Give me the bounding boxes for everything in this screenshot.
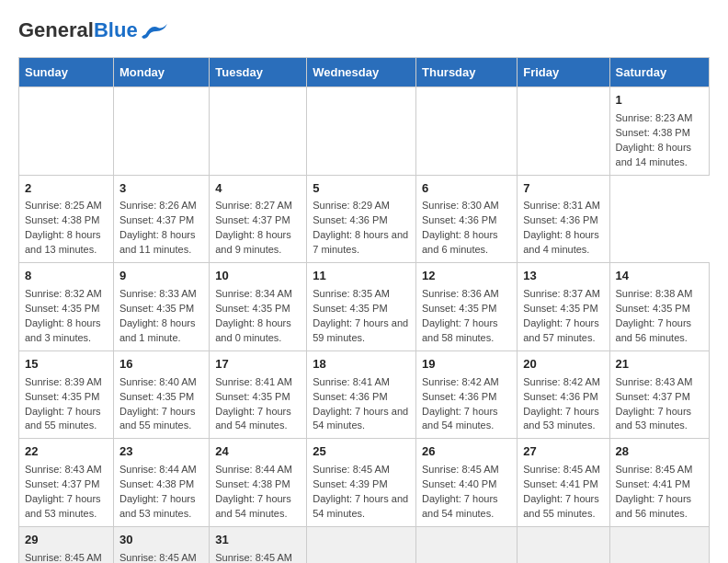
day-info: Sunrise: 8:38 AMSunset: 4:35 PMDaylight:… xyxy=(616,288,693,343)
day-number: 4 xyxy=(215,180,301,198)
day-number: 19 xyxy=(422,356,511,373)
calendar-week-3: 8 Sunrise: 8:32 AMSunset: 4:35 PMDayligh… xyxy=(19,263,710,351)
day-number: 30 xyxy=(119,532,203,549)
day-number: 15 xyxy=(25,356,108,373)
header-friday: Friday xyxy=(518,58,609,87)
day-cell-30: 30 Sunrise: 8:45 AMSunset: 4:43 PMDaylig… xyxy=(113,526,209,563)
header-monday: Monday xyxy=(113,58,209,87)
day-cell-12: 12 Sunrise: 8:36 AMSunset: 4:35 PMDaylig… xyxy=(416,263,518,351)
day-number: 1 xyxy=(616,92,703,109)
day-number: 14 xyxy=(616,268,703,285)
day-cell-28: 28 Sunrise: 8:45 AMSunset: 4:41 PMDaylig… xyxy=(609,439,709,527)
day-number: 22 xyxy=(25,443,108,461)
day-number: 17 xyxy=(215,356,301,373)
day-cell-25: 25 Sunrise: 8:45 AMSunset: 4:39 PMDaylig… xyxy=(307,439,416,527)
day-number: 18 xyxy=(313,356,410,373)
day-cell-16: 16 Sunrise: 8:40 AMSunset: 4:35 PMDaylig… xyxy=(113,350,209,439)
day-number: 29 xyxy=(25,532,108,549)
header-sunday: Sunday xyxy=(19,58,114,87)
logo-bird-icon xyxy=(142,22,167,39)
empty-cell xyxy=(307,526,416,563)
day-number: 10 xyxy=(215,268,301,285)
day-cell-7: 7 Sunrise: 8:31 AMSunset: 4:36 PMDayligh… xyxy=(518,175,609,263)
day-info: Sunrise: 8:44 AMSunset: 4:38 PMDaylight:… xyxy=(119,464,197,519)
calendar-week-4: 15 Sunrise: 8:39 AMSunset: 4:35 PMDaylig… xyxy=(19,350,710,439)
day-cell-10: 10 Sunrise: 8:34 AMSunset: 4:35 PMDaylig… xyxy=(210,263,307,351)
day-info: Sunrise: 8:41 AMSunset: 4:35 PMDaylight:… xyxy=(215,376,292,431)
day-cell-26: 26 Sunrise: 8:45 AMSunset: 4:40 PMDaylig… xyxy=(416,439,518,527)
day-info: Sunrise: 8:26 AMSunset: 4:37 PMDaylight:… xyxy=(119,200,197,255)
day-cell-8: 8 Sunrise: 8:32 AMSunset: 4:35 PMDayligh… xyxy=(19,263,114,351)
empty-cell xyxy=(518,87,609,176)
day-info: Sunrise: 8:43 AMSunset: 4:37 PMDaylight:… xyxy=(25,464,102,519)
day-info: Sunrise: 8:45 AMSunset: 4:44 PMDaylight:… xyxy=(215,552,292,563)
day-number: 9 xyxy=(119,268,203,285)
calendar-header-row: SundayMondayTuesdayWednesdayThursdayFrid… xyxy=(19,58,710,87)
calendar-week-1: 1 Sunrise: 8:23 AMSunset: 4:38 PMDayligh… xyxy=(19,87,710,176)
day-cell-9: 9 Sunrise: 8:33 AMSunset: 4:35 PMDayligh… xyxy=(113,263,209,351)
day-number: 2 xyxy=(25,180,108,198)
day-info: Sunrise: 8:39 AMSunset: 4:35 PMDaylight:… xyxy=(25,376,102,431)
day-cell-22: 22 Sunrise: 8:43 AMSunset: 4:37 PMDaylig… xyxy=(19,439,114,527)
day-info: Sunrise: 8:35 AMSunset: 4:35 PMDaylight:… xyxy=(313,288,408,343)
day-info: Sunrise: 8:45 AMSunset: 4:41 PMDaylight:… xyxy=(616,464,693,519)
day-info: Sunrise: 8:25 AMSunset: 4:38 PMDaylight:… xyxy=(25,200,102,255)
day-cell-1: 1 Sunrise: 8:23 AMSunset: 4:38 PMDayligh… xyxy=(609,87,709,176)
day-number: 7 xyxy=(523,180,603,198)
day-info: Sunrise: 8:32 AMSunset: 4:35 PMDaylight:… xyxy=(25,288,102,343)
day-number: 5 xyxy=(313,180,410,198)
day-number: 8 xyxy=(25,268,108,285)
day-cell-14: 14 Sunrise: 8:38 AMSunset: 4:35 PMDaylig… xyxy=(609,263,709,351)
header-thursday: Thursday xyxy=(416,58,518,87)
day-cell-18: 18 Sunrise: 8:41 AMSunset: 4:36 PMDaylig… xyxy=(307,350,416,439)
day-cell-20: 20 Sunrise: 8:42 AMSunset: 4:36 PMDaylig… xyxy=(518,350,609,439)
empty-cell xyxy=(416,87,518,176)
header-wednesday: Wednesday xyxy=(307,58,416,87)
header-saturday: Saturday xyxy=(609,58,709,87)
day-cell-19: 19 Sunrise: 8:42 AMSunset: 4:36 PMDaylig… xyxy=(416,350,518,439)
day-info: Sunrise: 8:45 AMSunset: 4:42 PMDaylight:… xyxy=(25,552,102,563)
day-number: 28 xyxy=(616,443,703,461)
day-cell-13: 13 Sunrise: 8:37 AMSunset: 4:35 PMDaylig… xyxy=(518,263,609,351)
day-info: Sunrise: 8:45 AMSunset: 4:43 PMDaylight:… xyxy=(119,552,197,563)
day-cell-3: 3 Sunrise: 8:26 AMSunset: 4:37 PMDayligh… xyxy=(113,175,209,263)
calendar-week-6: 29 Sunrise: 8:45 AMSunset: 4:42 PMDaylig… xyxy=(19,526,710,563)
day-info: Sunrise: 8:42 AMSunset: 4:36 PMDaylight:… xyxy=(422,376,499,431)
calendar-week-5: 22 Sunrise: 8:43 AMSunset: 4:37 PMDaylig… xyxy=(19,439,710,527)
day-info: Sunrise: 8:45 AMSunset: 4:39 PMDaylight:… xyxy=(313,464,408,519)
day-cell-4: 4 Sunrise: 8:27 AMSunset: 4:37 PMDayligh… xyxy=(210,175,307,263)
day-info: Sunrise: 8:29 AMSunset: 4:36 PMDaylight:… xyxy=(313,200,408,255)
calendar-week-2: 2 Sunrise: 8:25 AMSunset: 4:38 PMDayligh… xyxy=(19,175,710,263)
day-number: 3 xyxy=(119,180,203,198)
day-number: 23 xyxy=(119,443,203,461)
day-info: Sunrise: 8:34 AMSunset: 4:35 PMDaylight:… xyxy=(215,288,292,343)
day-number: 21 xyxy=(616,356,703,373)
page-header: GeneralBlue xyxy=(18,18,710,42)
day-info: Sunrise: 8:42 AMSunset: 4:36 PMDaylight:… xyxy=(523,376,600,431)
day-cell-21: 21 Sunrise: 8:43 AMSunset: 4:37 PMDaylig… xyxy=(609,350,709,439)
day-number: 26 xyxy=(422,443,511,461)
day-info: Sunrise: 8:27 AMSunset: 4:37 PMDaylight:… xyxy=(215,200,292,255)
calendar-table: SundayMondayTuesdayWednesdayThursdayFrid… xyxy=(18,57,710,563)
day-info: Sunrise: 8:44 AMSunset: 4:38 PMDaylight:… xyxy=(215,464,292,519)
day-info: Sunrise: 8:45 AMSunset: 4:41 PMDaylight:… xyxy=(523,464,600,519)
day-info: Sunrise: 8:37 AMSunset: 4:35 PMDaylight:… xyxy=(523,288,600,343)
day-cell-24: 24 Sunrise: 8:44 AMSunset: 4:38 PMDaylig… xyxy=(210,439,307,527)
day-number: 12 xyxy=(422,268,511,285)
day-info: Sunrise: 8:30 AMSunset: 4:36 PMDaylight:… xyxy=(422,200,499,255)
day-info: Sunrise: 8:23 AMSunset: 4:38 PMDaylight:… xyxy=(616,112,693,167)
day-info: Sunrise: 8:36 AMSunset: 4:35 PMDaylight:… xyxy=(422,288,499,343)
header-tuesday: Tuesday xyxy=(210,58,307,87)
day-number: 20 xyxy=(523,356,603,373)
day-cell-31: 31 Sunrise: 8:45 AMSunset: 4:44 PMDaylig… xyxy=(210,526,307,563)
logo: GeneralBlue xyxy=(18,18,167,42)
day-info: Sunrise: 8:43 AMSunset: 4:37 PMDaylight:… xyxy=(616,376,693,431)
day-info: Sunrise: 8:33 AMSunset: 4:35 PMDaylight:… xyxy=(119,288,197,343)
empty-cell xyxy=(518,526,609,563)
day-number: 27 xyxy=(523,443,603,461)
day-cell-15: 15 Sunrise: 8:39 AMSunset: 4:35 PMDaylig… xyxy=(19,350,114,439)
day-info: Sunrise: 8:41 AMSunset: 4:36 PMDaylight:… xyxy=(313,376,408,431)
empty-cell xyxy=(210,87,307,176)
day-info: Sunrise: 8:40 AMSunset: 4:35 PMDaylight:… xyxy=(119,376,197,431)
empty-cell xyxy=(113,87,209,176)
